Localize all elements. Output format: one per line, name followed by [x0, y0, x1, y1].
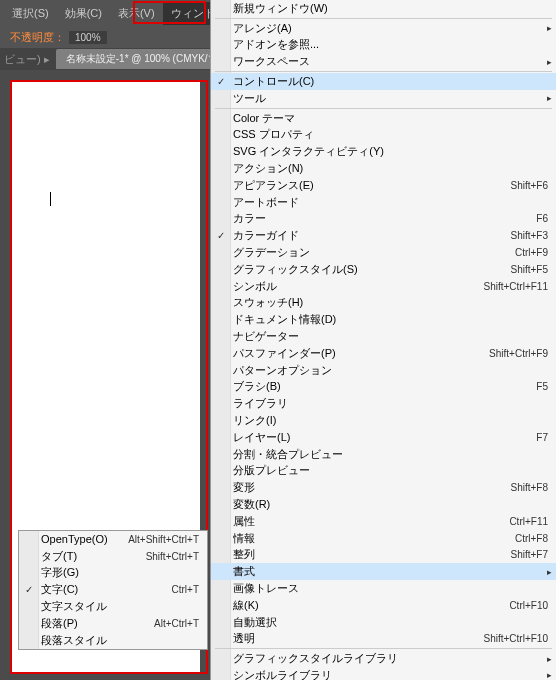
window-menu-item[interactable]: ワークスペース▸: [211, 53, 556, 70]
menu-item-shortcut: Ctrl+F10: [509, 600, 548, 611]
type-submenu-item[interactable]: 字形(G): [19, 565, 207, 582]
menu-item-label: 字形(G): [41, 565, 199, 580]
window-menu-item[interactable]: アドオンを参照...: [211, 37, 556, 54]
window-menu-item[interactable]: グラフィックスタイル(S)Shift+F5: [211, 261, 556, 278]
window-menu-item[interactable]: シンボルShift+Ctrl+F11: [211, 278, 556, 295]
window-menu-item[interactable]: カラーガイドShift+F3: [211, 227, 556, 244]
type-submenu-item[interactable]: 段落スタイル: [19, 632, 207, 649]
window-menu-item[interactable]: パターンオプション: [211, 362, 556, 379]
text-cursor: [50, 192, 51, 206]
menu-item-label: ワークスペース: [233, 54, 548, 69]
menu-item-shortcut: Shift+Ctrl+T: [146, 551, 199, 562]
window-menu-item[interactable]: スウォッチ(H): [211, 295, 556, 312]
window-menu-item[interactable]: CSS プロパティ: [211, 127, 556, 144]
menu-item-shortcut: Alt+Ctrl+T: [154, 618, 199, 629]
menu-item-label: レイヤー(L): [233, 430, 536, 445]
menu-item-label: ライブラリ: [233, 396, 548, 411]
menu-select[interactable]: 選択(S): [4, 2, 57, 25]
menu-item-label: CSS プロパティ: [233, 127, 548, 142]
menu-item-label: 透明: [233, 631, 484, 646]
window-menu-item[interactable]: 変数(R): [211, 496, 556, 513]
menu-item-label: 変形: [233, 480, 510, 495]
menu-item-shortcut: Shift+F6: [510, 180, 548, 191]
window-menu-item[interactable]: アクション(N): [211, 160, 556, 177]
window-menu-item[interactable]: 自動選択: [211, 614, 556, 631]
menu-item-label: 分版プレビュー: [233, 463, 548, 478]
menu-item-shortcut: Shift+F7: [510, 549, 548, 560]
window-menu-item[interactable]: 整列Shift+F7: [211, 547, 556, 564]
type-submenu-item[interactable]: タブ(T)Shift+Ctrl+T: [19, 548, 207, 565]
window-menu-item[interactable]: 書式▸: [211, 563, 556, 580]
window-menu-item[interactable]: 情報Ctrl+F8: [211, 530, 556, 547]
menu-item-label: カラーガイド: [233, 228, 510, 243]
type-submenu-item[interactable]: 文字(C)Ctrl+T: [19, 581, 207, 598]
menu-item-label: 画像トレース: [233, 581, 548, 596]
window-menu-item[interactable]: 属性Ctrl+F11: [211, 513, 556, 530]
menu-item-label: シンボルライブラリ: [233, 668, 548, 680]
menu-separator: [215, 71, 552, 72]
submenu-arrow-icon: ▸: [547, 567, 552, 577]
menu-view[interactable]: 表示(V): [110, 2, 163, 25]
window-menu-item[interactable]: 分割・統合プレビュー: [211, 446, 556, 463]
type-submenu: OpenType(O)Alt+Shift+Ctrl+Tタブ(T)Shift+Ct…: [18, 530, 208, 650]
window-menu-item[interactable]: SVG インタラクティビティ(Y): [211, 143, 556, 160]
menu-item-label: アピアランス(E): [233, 178, 510, 193]
window-menu-item[interactable]: コントロール(C): [211, 73, 556, 90]
submenu-arrow-icon: ▸: [547, 93, 552, 103]
type-submenu-item[interactable]: 文字スタイル: [19, 598, 207, 615]
window-menu-item[interactable]: ドキュメント情報(D): [211, 311, 556, 328]
type-submenu-item[interactable]: 段落(P)Alt+Ctrl+T: [19, 615, 207, 632]
type-submenu-item[interactable]: OpenType(O)Alt+Shift+Ctrl+T: [19, 531, 207, 548]
menu-item-label: リンク(I): [233, 413, 548, 428]
menu-item-label: アクション(N): [233, 161, 548, 176]
menu-item-label: グラデーション: [233, 245, 515, 260]
menu-item-label: ブラシ(B): [233, 379, 536, 394]
window-menu-item[interactable]: Color テーマ: [211, 110, 556, 127]
menu-item-label: OpenType(O): [41, 533, 128, 545]
opacity-label: 不透明度：: [10, 30, 65, 45]
menu-separator: [215, 108, 552, 109]
menu-item-shortcut: Shift+F3: [510, 230, 548, 241]
window-menu-item[interactable]: グラフィックスタイルライブラリ▸: [211, 650, 556, 667]
window-menu-item[interactable]: 画像トレース: [211, 580, 556, 597]
window-menu-item[interactable]: シンボルライブラリ▸: [211, 667, 556, 680]
window-menu-item[interactable]: ブラシ(B)F5: [211, 379, 556, 396]
menu-item-shortcut: Ctrl+F8: [515, 533, 548, 544]
tab-overflow[interactable]: ビュー) ▸: [0, 52, 54, 67]
submenu-arrow-icon: ▸: [547, 57, 552, 67]
menu-item-shortcut: Ctrl+F11: [509, 516, 548, 527]
menu-item-label: アドオンを参照...: [233, 37, 548, 52]
menu-item-label: アートボード: [233, 195, 548, 210]
menu-effect[interactable]: 効果(C): [57, 2, 110, 25]
window-menu-item[interactable]: 線(K)Ctrl+F10: [211, 597, 556, 614]
menu-item-label: コントロール(C): [233, 74, 548, 89]
window-menu-item[interactable]: アピアランス(E)Shift+F6: [211, 177, 556, 194]
window-menu-item[interactable]: アレンジ(A)▸: [211, 20, 556, 37]
menu-item-label: 変数(R): [233, 497, 548, 512]
window-menu-item[interactable]: カラーF6: [211, 211, 556, 228]
submenu-arrow-icon: ▸: [547, 670, 552, 680]
window-menu-item[interactable]: アートボード: [211, 194, 556, 211]
window-menu-item[interactable]: 透明Shift+Ctrl+F10: [211, 630, 556, 647]
menu-item-shortcut: F5: [536, 381, 548, 392]
menu-item-label: SVG インタラクティビティ(Y): [233, 144, 548, 159]
menu-item-shortcut: Ctrl+T: [172, 584, 200, 595]
menu-separator: [215, 18, 552, 19]
menu-item-label: パターンオプション: [233, 363, 548, 378]
window-menu-item[interactable]: 変形Shift+F8: [211, 479, 556, 496]
menu-item-label: 分割・統合プレビュー: [233, 447, 548, 462]
window-menu-item[interactable]: グラデーションCtrl+F9: [211, 244, 556, 261]
menu-item-label: スウォッチ(H): [233, 295, 548, 310]
window-menu-item[interactable]: 分版プレビュー: [211, 463, 556, 480]
opacity-value[interactable]: 100%: [69, 31, 107, 44]
menu-item-label: ツール: [233, 91, 548, 106]
window-menu-item[interactable]: 新規ウィンドウ(W): [211, 0, 556, 17]
window-menu-item[interactable]: ナビゲーター: [211, 328, 556, 345]
menu-item-label: 自動選択: [233, 615, 548, 630]
menu-item-label: 属性: [233, 514, 509, 529]
window-menu-item[interactable]: パスファインダー(P)Shift+Ctrl+F9: [211, 345, 556, 362]
window-menu-item[interactable]: ライブラリ: [211, 395, 556, 412]
window-menu-item[interactable]: リンク(I): [211, 412, 556, 429]
window-menu-item[interactable]: ツール▸: [211, 90, 556, 107]
window-menu-item[interactable]: レイヤー(L)F7: [211, 429, 556, 446]
